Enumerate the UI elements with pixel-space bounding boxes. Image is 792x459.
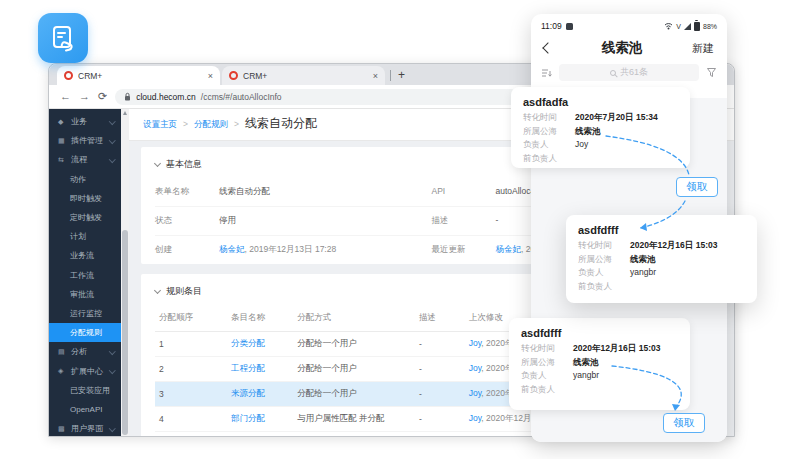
sidebar-item-plugins[interactable]: ▦插件管理 bbox=[49, 131, 121, 150]
sidebar-item-action[interactable]: 动作 bbox=[49, 170, 121, 189]
search-icon bbox=[610, 70, 616, 76]
search-count-placeholder: 共61条 bbox=[620, 66, 648, 79]
field-label: API bbox=[432, 186, 496, 198]
cell-order: 5 bbox=[155, 432, 227, 437]
col-desc: 描述 bbox=[415, 305, 465, 332]
cell-method: 分配给一个用户 bbox=[293, 382, 415, 407]
tab-title: CRM+ bbox=[243, 71, 368, 81]
sidebar-label: 用户界面 bbox=[71, 423, 103, 434]
sidebar-scrollbar-track bbox=[121, 109, 129, 436]
creator-link[interactable]: 杨金妃 bbox=[219, 244, 245, 254]
lead-card-asdfdfff-2[interactable]: asdfdfff 转化时间2020年12月16日 15:03 所属公海线索池 负… bbox=[509, 318, 690, 410]
field-value: - bbox=[496, 215, 499, 227]
field-label: 创建 bbox=[155, 244, 219, 256]
breadcrumb-separator: > bbox=[234, 119, 239, 129]
cell-desc: - bbox=[415, 357, 465, 382]
browser-tab-2[interactable]: CRM+ × bbox=[222, 66, 385, 85]
signal-icon bbox=[684, 23, 691, 30]
sidebar-scrollbar-thumb[interactable] bbox=[122, 230, 128, 435]
modifier-link[interactable]: Joy bbox=[469, 388, 482, 398]
cell-method: 与用户属性匹配 并分配 bbox=[293, 407, 415, 432]
tab-close-icon[interactable]: × bbox=[373, 71, 378, 81]
battery-percent: 88% bbox=[703, 23, 717, 30]
breadcrumb-section-link[interactable]: 分配规则 bbox=[194, 119, 228, 131]
breadcrumb-home-link[interactable]: 设置主页 bbox=[143, 119, 177, 131]
sidebar-label: 分配规则 bbox=[70, 327, 102, 338]
business-icon: ◆ bbox=[58, 118, 67, 126]
section-title: 基本信息 bbox=[166, 158, 202, 171]
sidebar-item-approval-flow[interactable]: 审批流 bbox=[49, 285, 121, 304]
modifier-link[interactable]: Joy bbox=[469, 363, 482, 373]
cell-order: 3 bbox=[155, 382, 227, 407]
col-name: 条目名称 bbox=[227, 305, 293, 332]
cell-method: 分配给一个用户 bbox=[293, 332, 415, 357]
field-value: 停用 bbox=[219, 215, 236, 227]
phone-nav-bar: 线索池 新建 bbox=[531, 33, 727, 61]
rule-entry-link[interactable]: 部门分配 bbox=[231, 413, 265, 423]
col-method: 分配方式 bbox=[293, 305, 415, 332]
sidebar-item-timed-trigger[interactable]: 定时触发 bbox=[49, 208, 121, 227]
claim-button[interactable]: 领取 bbox=[663, 413, 705, 433]
back-chevron-icon[interactable] bbox=[542, 42, 553, 53]
lead-title: asdfdfff bbox=[521, 327, 678, 339]
crm-favicon bbox=[229, 71, 238, 80]
hecom-app-icon[interactable] bbox=[38, 13, 88, 63]
rule-entry-link[interactable]: 分类分配 bbox=[231, 338, 265, 348]
field-label: 所属公海 bbox=[578, 253, 630, 267]
cell-order: 4 bbox=[155, 407, 227, 432]
field-label: 转化时间 bbox=[523, 111, 575, 125]
sidebar-label: 已安装应用 bbox=[70, 385, 110, 396]
cell-desc: - bbox=[415, 432, 465, 437]
browser-tab-1[interactable]: CRM+ × bbox=[57, 66, 220, 85]
sidebar-item-plan[interactable]: 计划 bbox=[49, 227, 121, 246]
sidebar-label: 动作 bbox=[70, 174, 86, 185]
sidebar-item-process[interactable]: ⇆流程 bbox=[49, 150, 121, 169]
forward-icon[interactable]: → bbox=[79, 91, 90, 102]
new-tab-button[interactable]: + bbox=[398, 68, 405, 82]
sidebar-item-instant-trigger[interactable]: 即时触发 bbox=[49, 189, 121, 208]
section-title: 规则条目 bbox=[166, 285, 202, 298]
sidebar-item-workflow[interactable]: 工作流 bbox=[49, 266, 121, 285]
sidebar-label: 业务流 bbox=[70, 250, 94, 261]
scrollbar-up-arrow-icon[interactable] bbox=[123, 111, 127, 115]
phone-search-row: 共61条 bbox=[531, 61, 727, 89]
flow-icon: ⇆ bbox=[58, 156, 67, 164]
plugin-icon: ▦ bbox=[58, 137, 67, 145]
sidebar-item-business-flow[interactable]: 业务流 bbox=[49, 246, 121, 265]
collapse-chevron-icon bbox=[154, 160, 161, 167]
lead-title: asdfdfff bbox=[578, 224, 745, 236]
lead-card-asdfadfa[interactable]: asdfadfa 转化时间2020年7月20日 15:34 所属公海线索池 负责… bbox=[511, 87, 690, 168]
field-label: 转化时间 bbox=[578, 239, 630, 253]
tab-divider bbox=[390, 70, 391, 81]
sidebar-item-business[interactable]: ◆业务 bbox=[49, 112, 121, 131]
field-label: 负责人 bbox=[521, 369, 573, 383]
sidebar-item-allocation-rules[interactable]: 分配规则 bbox=[49, 323, 121, 342]
pool-name: 线索池 bbox=[630, 253, 656, 267]
new-button[interactable]: 新建 bbox=[692, 41, 714, 56]
sidebar-item-analysis[interactable]: ▤分析 bbox=[49, 342, 121, 361]
rule-entry-link[interactable]: 来源分配 bbox=[231, 388, 265, 398]
sidebar-item-run-monitor[interactable]: 运行监控 bbox=[49, 304, 121, 323]
modifier-link[interactable]: Joy bbox=[469, 413, 482, 423]
updater-link[interactable]: 杨金妃 bbox=[496, 244, 522, 254]
back-icon[interactable]: ← bbox=[60, 91, 71, 102]
search-input[interactable]: 共61条 bbox=[559, 64, 699, 81]
rule-entry-link[interactable]: 工程分配 bbox=[231, 363, 265, 373]
sidebar-item-extension-center[interactable]: ◈扩展中心 bbox=[49, 361, 121, 380]
sidebar-item-openapi[interactable]: OpenAPI bbox=[49, 400, 121, 419]
url-path: /ccms/#/autoAllocInfo bbox=[201, 92, 282, 102]
sidebar-item-user-interface[interactable]: ▩用户界面 bbox=[49, 419, 121, 436]
modifier-link[interactable]: Joy bbox=[469, 338, 482, 348]
wifi-icon bbox=[664, 22, 673, 30]
sort-icon[interactable] bbox=[541, 68, 552, 78]
reload-icon[interactable]: ⟳ bbox=[98, 91, 107, 102]
conversion-time: 2020年12月16日 15:03 bbox=[573, 342, 660, 356]
field-value: 线索自动分配 bbox=[219, 186, 270, 198]
sidebar-label: 运行监控 bbox=[70, 308, 102, 319]
claim-button[interactable]: 领取 bbox=[676, 177, 718, 197]
filter-funnel-icon[interactable] bbox=[706, 67, 717, 78]
lead-card-asdfdfff-1[interactable]: asdfdfff 转化时间2020年12月16日 15:03 所属公海线索池 负… bbox=[566, 215, 757, 303]
sidebar-item-installed-apps[interactable]: 已安装应用 bbox=[49, 381, 121, 400]
tab-close-icon[interactable]: × bbox=[208, 71, 213, 81]
url-host: cloud.hecom.cn bbox=[136, 92, 196, 102]
